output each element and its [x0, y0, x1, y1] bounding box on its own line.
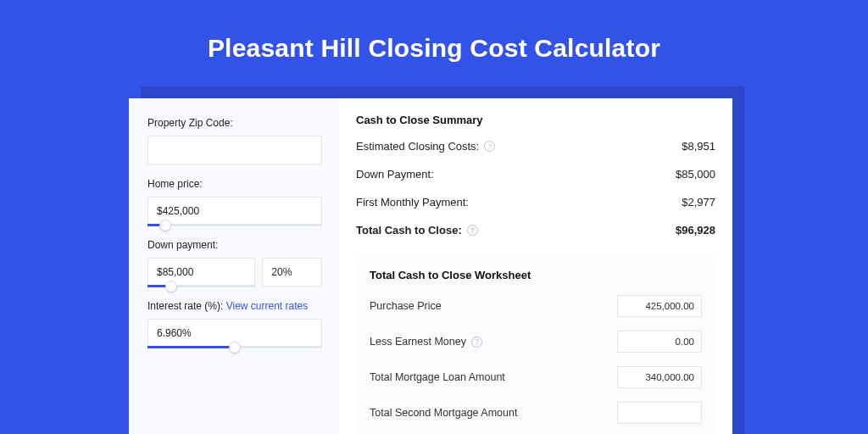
- summary-label-text: First Monthly Payment:: [356, 196, 469, 209]
- worksheet-row: Less Earnest Money?: [370, 331, 702, 366]
- price-label: Home price:: [147, 178, 322, 190]
- worksheet-label-text: Less Earnest Money: [370, 336, 466, 348]
- summary-label-text: Total Cash to Close:: [356, 224, 462, 236]
- worksheet-input[interactable]: [617, 402, 702, 424]
- view-rates-link[interactable]: View current rates: [226, 300, 309, 312]
- worksheet-row-label: Total Mortgage Loan Amount: [370, 371, 505, 383]
- rate-slider[interactable]: [147, 319, 322, 348]
- price-slider[interactable]: [147, 197, 322, 225]
- worksheet-row: Total Second Mortgage Amount: [370, 402, 702, 434]
- summary-row-value: $2,977: [682, 196, 715, 209]
- page-title: Pleasant Hill Closing Cost Calculator: [0, 0, 868, 63]
- slider-thumb[interactable]: [229, 342, 241, 353]
- summary-row-label: Total Cash to Close:?: [356, 224, 478, 236]
- rate-field: Interest rate (%): View current rates: [147, 300, 322, 348]
- worksheet-panel: Total Cash to Close Worksheet Purchase P…: [356, 255, 715, 434]
- down-amount-slider[interactable]: [147, 258, 255, 287]
- zip-input[interactable]: [147, 136, 322, 164]
- rate-label: Interest rate (%):: [147, 300, 223, 312]
- help-icon[interactable]: ?: [471, 337, 482, 348]
- slider-fill: [147, 346, 235, 348]
- summary-row-value: $8,951: [682, 140, 715, 153]
- worksheet-title: Total Cash to Close Worksheet: [370, 269, 702, 281]
- worksheet-label-text: Total Second Mortgage Amount: [370, 407, 517, 419]
- worksheet-list: Purchase PriceLess Earnest Money?Total M…: [370, 295, 702, 434]
- summary-label-text: Down Payment:: [356, 168, 434, 181]
- zip-label: Property Zip Code:: [147, 117, 322, 129]
- help-icon[interactable]: ?: [467, 225, 478, 236]
- slider-track: [147, 224, 322, 226]
- help-icon[interactable]: ?: [484, 141, 495, 152]
- worksheet-label-text: Total Mortgage Loan Amount: [370, 371, 505, 383]
- summary-row: Estimated Closing Costs:?$8,951: [356, 140, 715, 168]
- worksheet-input[interactable]: [617, 366, 702, 388]
- slider-thumb[interactable]: [159, 220, 171, 231]
- app-background: Pleasant Hill Closing Cost Calculator Pr…: [0, 0, 868, 434]
- down-amount-input[interactable]: [147, 258, 255, 287]
- summary-row-value: $96,928: [676, 224, 715, 236]
- summary-row: Total Cash to Close:?$96,928: [356, 224, 715, 252]
- price-field: Home price:: [147, 178, 322, 225]
- summary-row-label: First Monthly Payment:: [356, 196, 469, 209]
- slider-thumb[interactable]: [165, 281, 177, 292]
- calculator-card: Property Zip Code: Home price: Down paym…: [129, 98, 732, 434]
- worksheet-input[interactable]: [617, 331, 702, 353]
- rate-label-row: Interest rate (%): View current rates: [147, 300, 322, 312]
- price-input[interactable]: [147, 197, 322, 225]
- summary-row: Down Payment:$85,000: [356, 168, 715, 196]
- worksheet-row-label: Less Earnest Money?: [370, 336, 482, 348]
- zip-field: Property Zip Code:: [147, 117, 322, 164]
- worksheet-row: Total Mortgage Loan Amount: [370, 366, 702, 402]
- worksheet-row: Purchase Price: [370, 295, 702, 331]
- worksheet-row-label: Total Second Mortgage Amount: [370, 407, 517, 419]
- inputs-panel: Property Zip Code: Home price: Down paym…: [129, 98, 339, 434]
- summary-row-label: Down Payment:: [356, 168, 434, 181]
- results-panel: Cash to Close Summary Estimated Closing …: [339, 98, 732, 434]
- worksheet-row-label: Purchase Price: [370, 300, 442, 312]
- summary-row-label: Estimated Closing Costs:?: [356, 140, 495, 153]
- down-pct-wrap: [262, 258, 322, 287]
- worksheet-label-text: Purchase Price: [370, 300, 442, 312]
- summary-list: Estimated Closing Costs:?$8,951Down Paym…: [356, 140, 715, 252]
- down-label: Down payment:: [147, 239, 322, 251]
- down-field: Down payment:: [147, 239, 322, 287]
- summary-label-text: Estimated Closing Costs:: [356, 140, 479, 153]
- summary-row: First Monthly Payment:$2,977: [356, 196, 715, 224]
- summary-row-value: $85,000: [676, 168, 715, 181]
- down-pct-input[interactable]: [262, 258, 322, 287]
- summary-title: Cash to Close Summary: [356, 114, 715, 126]
- worksheet-input[interactable]: [617, 295, 702, 317]
